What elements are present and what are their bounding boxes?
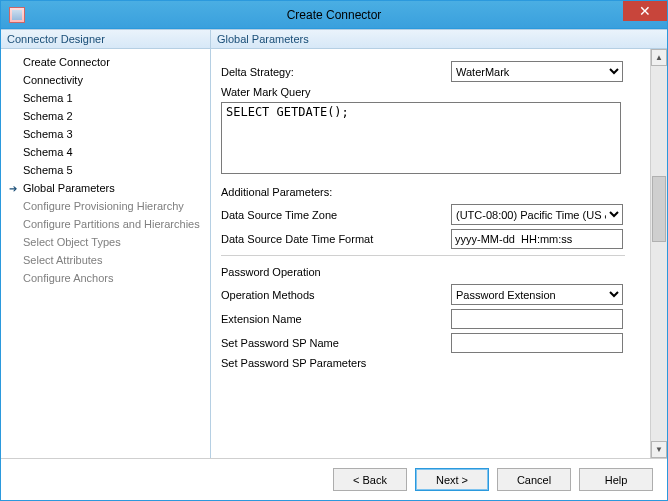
water-mark-query-input[interactable]: SELECT GETDATE(); — [221, 102, 621, 174]
sidebar-item-0[interactable]: Create Connector — [3, 53, 208, 71]
back-button[interactable]: < Back — [333, 468, 407, 491]
cancel-button[interactable]: Cancel — [497, 468, 571, 491]
body: Connector Designer Create ConnectorConne… — [1, 29, 667, 458]
extension-name-input[interactable] — [451, 309, 623, 329]
timezone-label: Data Source Time Zone — [221, 209, 451, 221]
sidebar-item-10[interactable]: Select Object Types — [3, 233, 208, 251]
datetime-format-label: Data Source Date Time Format — [221, 233, 451, 245]
extension-name-label: Extension Name — [221, 313, 451, 325]
water-mark-query-label: Water Mark Query — [221, 86, 451, 98]
sidebar-item-label: Connectivity — [23, 74, 83, 86]
nav-list: Create ConnectorConnectivitySchema 1Sche… — [1, 49, 210, 291]
content: Delta Strategy: WaterMark Water Mark Que… — [211, 49, 667, 458]
scroll-track[interactable] — [651, 66, 667, 441]
main-panel: Global Parameters Delta Strategy: WaterM… — [211, 30, 667, 458]
additional-parameters-label: Additional Parameters: — [221, 186, 642, 198]
main-header: Global Parameters — [211, 30, 667, 49]
scroll-up-button[interactable]: ▲ — [651, 49, 667, 66]
sidebar-item-6[interactable]: Schema 5 — [3, 161, 208, 179]
titlebar: Create Connector ✕ — [1, 1, 667, 29]
datetime-format-input[interactable] — [451, 229, 623, 249]
sidebar-item-1[interactable]: Connectivity — [3, 71, 208, 89]
timezone-select[interactable]: (UTC-08:00) Pacific Time (US & C — [451, 204, 623, 225]
sidebar-item-label: Schema 1 — [23, 92, 73, 104]
sidebar: Connector Designer Create ConnectorConne… — [1, 30, 211, 458]
sidebar-item-11[interactable]: Select Attributes — [3, 251, 208, 269]
vertical-scrollbar[interactable]: ▲ ▼ — [650, 49, 667, 458]
sidebar-item-label: Schema 5 — [23, 164, 73, 176]
delta-strategy-select[interactable]: WaterMark — [451, 61, 623, 82]
set-password-sp-name-input[interactable] — [451, 333, 623, 353]
close-button[interactable]: ✕ — [623, 1, 667, 21]
sidebar-item-4[interactable]: Schema 3 — [3, 125, 208, 143]
sidebar-item-label: Select Object Types — [23, 236, 121, 248]
delta-strategy-label: Delta Strategy: — [221, 66, 451, 78]
operation-methods-select[interactable]: Password Extension — [451, 284, 623, 305]
sidebar-item-5[interactable]: Schema 4 — [3, 143, 208, 161]
help-button[interactable]: Help — [579, 468, 653, 491]
set-password-sp-name-label: Set Password SP Name — [221, 337, 451, 349]
sidebar-item-label: Configure Anchors — [23, 272, 114, 284]
sidebar-item-label: Schema 4 — [23, 146, 73, 158]
scroll-down-button[interactable]: ▼ — [651, 441, 667, 458]
sidebar-item-3[interactable]: Schema 2 — [3, 107, 208, 125]
sidebar-item-label: Schema 2 — [23, 110, 73, 122]
sidebar-header: Connector Designer — [1, 30, 210, 49]
window: Create Connector ✕ Connector Designer Cr… — [0, 0, 668, 501]
sidebar-item-label: Schema 3 — [23, 128, 73, 140]
form-area: Delta Strategy: WaterMark Water Mark Que… — [211, 49, 650, 458]
divider — [221, 255, 625, 256]
sidebar-item-label: Configure Partitions and Hierarchies — [23, 218, 200, 230]
operation-methods-label: Operation Methods — [221, 289, 451, 301]
footer: < Back Next > Cancel Help — [1, 458, 667, 500]
app-icon — [9, 7, 25, 23]
sidebar-item-label: Select Attributes — [23, 254, 103, 266]
arrow-right-icon: ➔ — [9, 183, 23, 194]
sidebar-item-2[interactable]: Schema 1 — [3, 89, 208, 107]
sidebar-item-12[interactable]: Configure Anchors — [3, 269, 208, 287]
sidebar-item-9[interactable]: Configure Partitions and Hierarchies — [3, 215, 208, 233]
sidebar-item-8[interactable]: Configure Provisioning Hierarchy — [3, 197, 208, 215]
sidebar-item-label: Global Parameters — [23, 182, 115, 194]
sidebar-item-label: Configure Provisioning Hierarchy — [23, 200, 184, 212]
password-operation-label: Password Operation — [221, 266, 642, 278]
next-button[interactable]: Next > — [415, 468, 489, 491]
sidebar-item-label: Create Connector — [23, 56, 110, 68]
scroll-thumb[interactable] — [652, 176, 666, 242]
set-password-sp-parameters-label: Set Password SP Parameters — [221, 357, 451, 369]
sidebar-item-7[interactable]: ➔Global Parameters — [3, 179, 208, 197]
window-title: Create Connector — [1, 8, 667, 22]
